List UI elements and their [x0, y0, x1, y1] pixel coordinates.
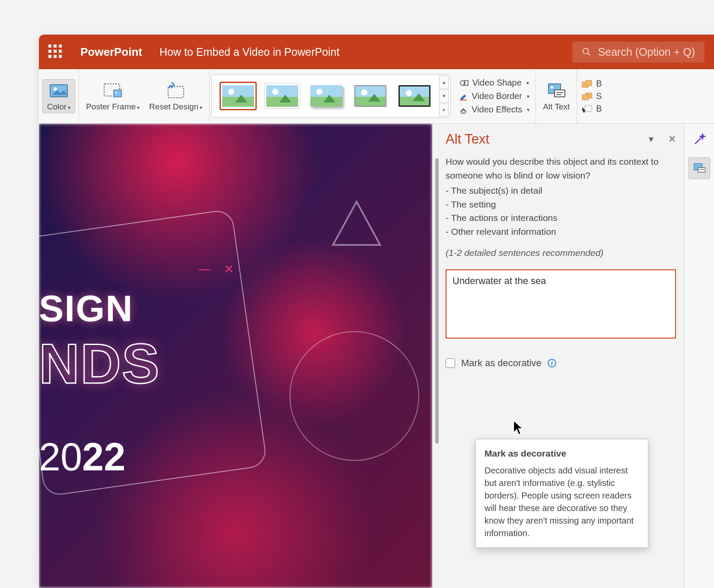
chevron-down-icon: ▾	[526, 80, 529, 86]
style-thumb-3[interactable]	[308, 82, 345, 110]
search-box[interactable]: Search (Option + Q)	[572, 42, 704, 63]
alt-text-rail-icon	[692, 162, 706, 174]
alt-text-label: Alt Text	[543, 102, 570, 112]
color-icon	[48, 81, 69, 100]
panel-scrollbar[interactable]	[435, 158, 439, 444]
poster-frame-label: Poster Frame	[86, 102, 136, 111]
svg-line-1	[587, 53, 590, 56]
tooltip-title: Mark as decorative	[484, 447, 639, 460]
chevron-down-icon: ▾	[527, 107, 529, 113]
bring-forward-label: B	[596, 79, 602, 89]
mouse-cursor-icon	[513, 419, 525, 436]
selection-pane-label: B	[596, 104, 602, 114]
panel-options-button[interactable]: ▾	[649, 134, 653, 145]
magic-wand-icon	[693, 133, 706, 146]
selection-pane-icon	[581, 105, 593, 113]
info-icon[interactable]: i	[548, 359, 556, 368]
panel-bullet-list: The subject(s) in detail The setting The…	[446, 184, 676, 238]
title-bar: PowerPoint How to Embed a Video in Power…	[39, 35, 714, 69]
mark-decorative-label: Mark as decorative	[461, 358, 542, 369]
panel-close-button[interactable]: ✕	[668, 134, 676, 145]
right-side-rail	[684, 124, 714, 588]
chevron-down-icon: ▾	[527, 93, 529, 99]
video-shape-label: Video Shape	[472, 78, 522, 88]
video-styles-gallery: ▲ ▼ ▾	[211, 74, 451, 118]
alt-text-input[interactable]: Underwater at the sea	[446, 269, 676, 339]
app-name: PowerPoint	[80, 45, 142, 59]
app-launcher-icon[interactable]	[48, 45, 63, 59]
style-thumb-2[interactable]	[264, 82, 301, 110]
slide-canvas[interactable]: —✕ SIGN NDS 2022	[39, 124, 432, 588]
svg-point-11	[460, 112, 467, 114]
svg-rect-14	[555, 90, 565, 97]
svg-rect-5	[114, 90, 121, 97]
panel-bullet: Other relevant information	[446, 225, 676, 239]
svg-rect-18	[586, 80, 592, 86]
style-thumb-5[interactable]	[396, 82, 433, 110]
svg-rect-7	[168, 86, 184, 98]
reset-design-button[interactable]: Reset Design▾	[146, 80, 206, 113]
svg-rect-10	[459, 99, 467, 100]
circle-decoration-icon	[290, 331, 419, 461]
triangle-decoration-icon	[328, 197, 385, 253]
alt-text-icon	[546, 81, 567, 100]
svg-point-0	[583, 48, 588, 54]
search-placeholder-text: Search (Option + Q)	[598, 46, 695, 58]
chevron-down-icon: ▾	[137, 105, 140, 111]
panel-bullet: The actions or interactions	[446, 211, 676, 225]
panel-hint: (1-2 detailed sentences recommended)	[446, 248, 676, 258]
svg-point-6	[115, 92, 117, 93]
bring-forward-button[interactable]: B	[581, 79, 602, 89]
send-backward-label: S	[596, 91, 602, 101]
chevron-down-icon: ▾	[68, 105, 70, 111]
decorative-tooltip: Mark as decorative Decorative objects ad…	[475, 439, 648, 548]
panel-question: How would you describe this object and i…	[446, 155, 676, 182]
svg-rect-20	[582, 95, 588, 100]
send-backward-icon	[581, 92, 593, 101]
slide-year: 2022	[39, 435, 125, 479]
search-icon	[582, 47, 591, 57]
video-shape-icon	[459, 78, 469, 88]
panel-bullet: The subject(s) in detail	[446, 184, 676, 198]
reset-design-icon	[166, 81, 186, 100]
style-thumb-4[interactable]	[352, 82, 389, 110]
designer-button[interactable]	[688, 129, 710, 150]
color-button[interactable]: Color▾	[42, 79, 75, 114]
gallery-up-button[interactable]: ▲	[439, 76, 449, 89]
video-border-icon	[459, 92, 469, 101]
color-label: Color	[47, 102, 67, 111]
video-effects-icon	[459, 105, 468, 115]
chevron-down-icon: ▾	[200, 105, 202, 111]
svg-rect-24	[698, 168, 705, 173]
video-shape-button[interactable]: Video Shape ▾	[458, 77, 531, 89]
tooltip-body: Decorative objects add visual interest b…	[484, 464, 639, 540]
poster-frame-icon	[102, 81, 123, 100]
style-thumb-1[interactable]	[220, 82, 257, 110]
ribbon-toolbar: Color▾ Poster Frame▾ Reset Design▾	[39, 69, 714, 124]
video-border-button[interactable]: Video Border ▾	[457, 90, 531, 102]
video-effects-label: Video Effects	[472, 105, 522, 115]
svg-marker-22	[333, 201, 380, 245]
reset-design-label: Reset Design	[149, 102, 198, 111]
window-controls-decoration: —✕	[199, 262, 234, 276]
poster-frame-button[interactable]: Poster Frame▾	[83, 80, 143, 113]
send-backward-button[interactable]: S	[581, 91, 602, 101]
slide-title-line1: SIGN	[39, 287, 133, 330]
svg-point-3	[54, 87, 57, 91]
svg-point-13	[551, 86, 553, 89]
panel-bullet: The setting	[446, 198, 676, 211]
gallery-down-button[interactable]: ▼	[439, 89, 449, 102]
gallery-more-button[interactable]: ▾	[439, 103, 449, 116]
selection-pane-button[interactable]: B	[581, 104, 602, 114]
panel-title: Alt Text	[446, 131, 489, 147]
panel-description: How would you describe this object and i…	[446, 155, 676, 238]
bring-forward-icon	[581, 80, 593, 88]
mark-decorative-checkbox[interactable]	[446, 358, 455, 368]
video-border-label: Video Border	[472, 91, 522, 101]
document-title[interactable]: How to Embed a Video in PowerPoint	[159, 46, 339, 58]
slide-title-line2: NDS	[39, 331, 160, 396]
video-effects-button[interactable]: Video Effects ▾	[457, 104, 531, 115]
alt-text-rail-button[interactable]	[688, 157, 710, 179]
alt-text-button[interactable]: Alt Text	[539, 80, 573, 113]
svg-rect-21	[585, 105, 592, 112]
